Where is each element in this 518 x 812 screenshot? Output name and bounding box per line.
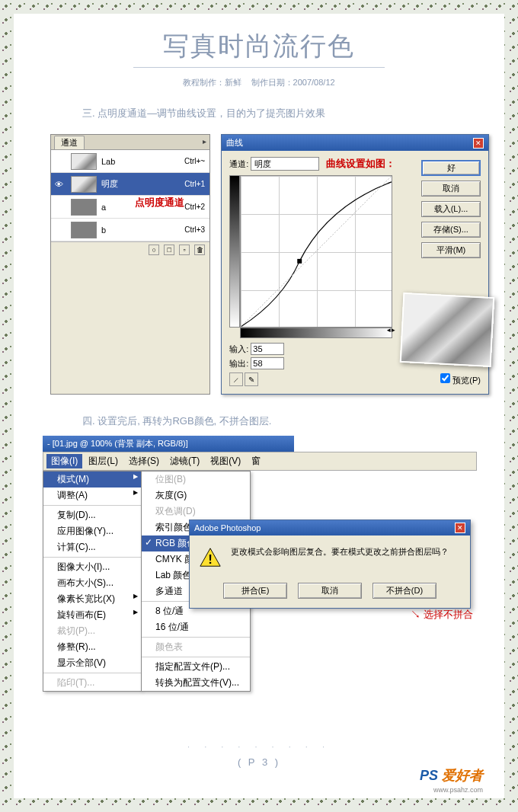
pencil-tool-icon[interactable]: ✎ xyxy=(245,372,258,386)
menu-item[interactable]: 显示全部(V) xyxy=(43,655,141,671)
curves-graph[interactable] xyxy=(240,175,392,328)
alert-title: Adobe Photoshop xyxy=(194,523,261,532)
channel-thumb xyxy=(71,199,97,216)
menu-bar: 图像(I)图层(L)选择(S)滤镜(T)视图(V)窗 xyxy=(43,452,477,471)
close-icon[interactable]: ✕ xyxy=(473,138,484,149)
meta-line: 教程制作：新鲜 制作日期：2007/08/12 xyxy=(29,77,489,88)
menubar-item[interactable]: 滤镜(T) xyxy=(165,454,204,468)
menu-item[interactable]: 画布大小(S)... xyxy=(43,575,141,591)
date-label: 制作日期： xyxy=(251,78,293,87)
dont-flatten-button[interactable]: 不拼合(D) xyxy=(373,583,436,599)
document-title: - [01.jpg @ 100% (背景 副本, RGB/8)] xyxy=(43,436,294,452)
menu-item[interactable]: 旋转画布(E) xyxy=(43,607,141,623)
new-channel-icon[interactable]: ▫ xyxy=(179,245,190,255)
output-field[interactable] xyxy=(251,357,284,369)
flatten-button[interactable]: 拼合(E) xyxy=(223,583,287,599)
close-icon[interactable]: ✕ xyxy=(455,523,465,533)
channels-tab[interactable]: 通道 xyxy=(54,136,85,149)
menu-item[interactable]: 图像大小(I)... xyxy=(43,559,141,575)
divider-ornament: · · · · · · · · · xyxy=(187,742,331,751)
menu-item[interactable]: 灰度(G) xyxy=(142,488,250,504)
channel-shortcut: Ctrl+3 xyxy=(184,225,205,234)
save-selection-icon[interactable]: □ xyxy=(164,245,174,255)
panel-menu-icon[interactable]: ▸ xyxy=(203,137,206,145)
watermark-url: www.psahz.com xyxy=(433,786,483,794)
annotation-brightness-channel: 点明度通道 xyxy=(135,196,184,209)
menubar-item[interactable]: 图像(I) xyxy=(46,454,82,468)
input-field[interactable] xyxy=(251,343,284,355)
delete-channel-icon[interactable]: 🗑 xyxy=(194,245,205,255)
menubar-item[interactable]: 选择(S) xyxy=(124,454,164,468)
menu-item[interactable]: 指定配置文件(P)... xyxy=(142,659,250,675)
channel-thumb xyxy=(71,222,97,238)
channel-name: 明度 xyxy=(101,178,184,190)
channel-shortcut: Ctrl+2 xyxy=(184,203,205,211)
horizontal-gradient xyxy=(240,328,392,338)
menu-item[interactable]: 修整(R)... xyxy=(43,639,141,655)
menu-item[interactable]: 复制(D)... xyxy=(43,507,141,523)
menu-item[interactable]: 应用图像(Y)... xyxy=(43,523,141,539)
warning-icon: ! xyxy=(199,546,222,569)
channel-name: b xyxy=(101,225,184,235)
author: 新鲜 xyxy=(225,78,241,87)
channel-label: 通道: xyxy=(229,159,248,168)
alert-cancel-button[interactable]: 取消 xyxy=(298,583,362,599)
channel-shortcut: Ctrl+~ xyxy=(184,157,205,165)
menu-item[interactable]: 像素长宽比(X) xyxy=(43,591,141,607)
channel-shortcut: Ctrl+1 xyxy=(184,180,205,188)
visibility-icon[interactable]: 👁 xyxy=(51,180,66,189)
date: 2007/08/12 xyxy=(293,78,335,87)
menu-item: 双色调(D) xyxy=(142,504,250,519)
channel-row-b[interactable]: b Ctrl+3 xyxy=(51,219,209,241)
title-underline xyxy=(133,67,385,68)
channel-thumb xyxy=(71,176,97,193)
preview-label: 预览(P) xyxy=(452,376,481,385)
watermark-logo: PS 爱好者 xyxy=(420,766,483,785)
curves-dialog: 曲线 ✕ 通道: 明度 曲线设置如图： xyxy=(221,134,489,395)
menubar-item[interactable]: 视图(V) xyxy=(206,454,245,468)
channel-row-a[interactable]: a Ctrl+2 xyxy=(51,196,209,219)
channel-to-selection-icon[interactable]: ○ xyxy=(149,245,159,255)
menu-item[interactable]: 转换为配置文件(V)... xyxy=(142,675,250,691)
step-4-text: 四. 设置完后, 再转为RGB颜色, 不拼合图层. xyxy=(82,414,489,428)
menu-item[interactable]: 计算(C)... xyxy=(43,539,141,555)
svg-text:!: ! xyxy=(208,552,213,567)
menubar-item[interactable]: 窗 xyxy=(247,454,265,468)
menu-item[interactable]: 16 位/通 xyxy=(142,619,250,635)
page-title: 写真时尚流行色 xyxy=(29,29,489,64)
curves-title: 曲线 xyxy=(226,137,243,149)
menubar-item[interactable]: 图层(L) xyxy=(84,454,123,468)
point-tool-icon[interactable]: ⟋ xyxy=(229,372,243,386)
menu-item: 颜色表 xyxy=(142,639,250,655)
channel-row-Lab[interactable]: Lab Ctrl+~ xyxy=(51,150,209,173)
author-label: 教程制作： xyxy=(183,78,225,87)
output-label: 输出: xyxy=(229,359,248,368)
ok-button[interactable]: 好 xyxy=(421,160,481,176)
sample-photo xyxy=(400,293,495,367)
menu-item[interactable]: 模式(M) xyxy=(43,472,141,488)
channels-panel: 通道 ▸ Lab Ctrl+~👁 明度 Ctrl+1 a Ctrl+2 b Ct… xyxy=(50,134,210,395)
smooth-button[interactable]: 平滑(M) xyxy=(421,242,481,258)
step-3-text: 三. 点明度通道—调节曲线设置，目的为了提亮图片效果 xyxy=(82,107,489,120)
svg-rect-1 xyxy=(297,259,302,264)
image-menu: 模式(M)调整(A)复制(D)...应用图像(Y)...计算(C)...图像大小… xyxy=(43,471,142,692)
channel-thumb xyxy=(71,153,97,170)
vertical-gradient xyxy=(229,175,240,328)
channel-select[interactable]: 明度 xyxy=(251,157,319,171)
alert-dialog: Adobe Photoshop ✕ ! 更改模式会影响图层复合。要在模式更改之前… xyxy=(189,519,471,609)
load-button[interactable]: 载入(L)... xyxy=(421,201,481,217)
menu-item[interactable]: 调整(A) xyxy=(43,488,141,504)
annotation-curves: 曲线设置如图： xyxy=(326,158,395,169)
cancel-button[interactable]: 取消 xyxy=(421,181,481,197)
annotation-dont-flatten: ↘ 选择不拼合 xyxy=(411,608,473,622)
menu-item: 陷印(T)... xyxy=(43,675,141,691)
channel-row-明度[interactable]: 👁 明度 Ctrl+1 xyxy=(51,173,209,196)
menu-item: 裁切(P)... xyxy=(43,623,141,639)
input-label: 输入: xyxy=(229,344,248,353)
preview-checkbox[interactable] xyxy=(440,373,450,383)
save-button[interactable]: 存储(S)... xyxy=(421,222,481,238)
menu-item: 位图(B) xyxy=(142,472,250,488)
svg-line-0 xyxy=(241,176,392,327)
channel-name: Lab xyxy=(101,157,184,166)
alert-text: 更改模式会影响图层复合。要在模式更改之前拼合图层吗？ xyxy=(231,546,449,558)
